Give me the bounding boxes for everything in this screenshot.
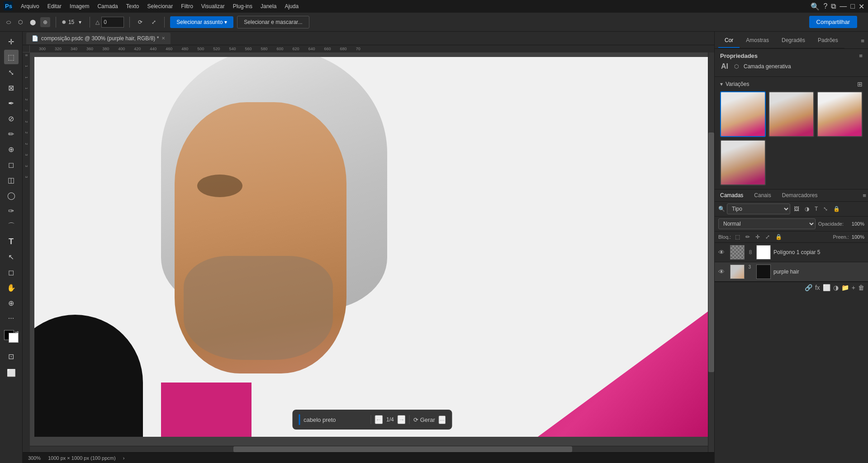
variation-4[interactable] xyxy=(720,140,766,185)
tab-canais[interactable]: Canais xyxy=(749,189,776,201)
vertical-scrollbar[interactable] xyxy=(708,52,714,452)
layer-visibility-hair[interactable]: 👁 xyxy=(718,268,727,275)
layers-options-btn[interactable]: ≡ xyxy=(861,189,868,201)
angle-input[interactable] xyxy=(101,17,124,28)
selection-tool[interactable]: ⬚ xyxy=(4,50,19,64)
tab-cor[interactable]: Cor xyxy=(718,33,740,48)
share-btn[interactable]: Compartilhar xyxy=(809,16,857,28)
generate-btn[interactable]: ⟳ Gerar xyxy=(413,416,435,423)
canvas-area[interactable]: ← 1/4 → ⟳ Gerar ··· xyxy=(30,52,714,452)
tab-demarcadores[interactable]: Demarcadores xyxy=(777,189,823,201)
layer-new-btn[interactable]: 🖼 xyxy=(792,205,801,213)
magnet-lasso-btn[interactable]: ⬤ xyxy=(27,17,38,27)
layer-row-poly[interactable]: 👁 8 Polígono 1 copiar 5 xyxy=(715,243,868,262)
variations-collapse[interactable]: ▾ xyxy=(720,81,723,87)
layer-type-select[interactable]: Tipo xyxy=(727,203,790,214)
search-icon[interactable]: 🔍 xyxy=(811,2,820,11)
layer-link-btn[interactable]: 🔗 xyxy=(805,284,812,291)
expand-contract-btn[interactable]: ⤢ xyxy=(149,17,159,27)
variation-1[interactable] xyxy=(720,91,766,137)
scroll-thumb-v[interactable] xyxy=(708,132,714,372)
menu-selecionar[interactable]: Selecionar xyxy=(143,1,176,11)
layer-adjustment-add-btn[interactable]: ◑ xyxy=(833,284,839,291)
frame-tool[interactable]: ⊠ xyxy=(4,80,19,95)
generation-prompt-input[interactable] xyxy=(304,416,367,423)
minimize-icon[interactable]: — xyxy=(840,2,847,10)
gradient-tool[interactable]: ◫ xyxy=(4,173,19,187)
transform-tool[interactable]: ⤡ xyxy=(4,65,19,80)
gen-next-btn[interactable]: → xyxy=(398,415,406,424)
menu-editar[interactable]: Editar xyxy=(44,1,65,11)
shape-tool[interactable]: ◻ xyxy=(4,265,19,279)
menu-imagem[interactable]: Imagem xyxy=(66,1,93,11)
menu-ajuda[interactable]: Ajuda xyxy=(281,1,302,11)
screen-mode[interactable]: ⬜ xyxy=(4,365,19,380)
spot-heal-tool[interactable]: ⊘ xyxy=(4,111,19,126)
layer-group-btn[interactable]: 📁 xyxy=(841,284,849,291)
lock-transparent-btn[interactable]: ⬚ xyxy=(734,233,741,241)
menu-arquivo[interactable]: Arquivo xyxy=(17,1,43,11)
layer-lock-btn[interactable]: 🔒 xyxy=(831,205,842,213)
tab-amostras[interactable]: Amostras xyxy=(740,33,775,48)
menu-texto[interactable]: Texto xyxy=(123,1,143,11)
move-tool[interactable]: ✛ xyxy=(4,34,19,49)
layer-visibility-poly[interactable]: 👁 xyxy=(718,249,727,256)
more-tools[interactable]: ··· xyxy=(4,311,19,326)
blend-mode-select[interactable]: Normal xyxy=(718,218,816,229)
gen-prev-btn[interactable]: ← xyxy=(375,415,383,424)
brush-size-dropdown[interactable]: ▾ xyxy=(76,17,84,27)
dodge-tool[interactable]: ◯ xyxy=(4,188,19,203)
refine-edge-btn[interactable]: ⟳ xyxy=(135,17,145,27)
tab-padroes[interactable]: Padrões xyxy=(811,33,844,48)
properties-options-btn[interactable]: ≡ xyxy=(859,52,863,59)
menu-visualizar[interactable]: Visualizar xyxy=(198,1,228,11)
poly-lasso-btn[interactable]: ⬡ xyxy=(15,17,25,27)
tab-close-btn[interactable]: ✕ xyxy=(161,36,165,41)
hand-tool[interactable]: ✋ xyxy=(4,280,19,295)
layer-transform-btn[interactable]: ⤡ xyxy=(821,205,830,213)
layer-delete-btn[interactable]: 🗑 xyxy=(858,284,864,291)
tab-degrades[interactable]: Degradês xyxy=(775,33,811,48)
mask-mode[interactable]: ⊡ xyxy=(4,349,19,364)
layer-effects-btn[interactable]: fx xyxy=(815,284,820,291)
lock-position-btn[interactable]: ✛ xyxy=(754,233,761,241)
layer-row-hair[interactable]: 👁 3 purple hair xyxy=(715,262,868,282)
swap-colors[interactable]: ⇌ xyxy=(15,330,19,335)
layer-new-add-btn[interactable]: + xyxy=(852,284,855,291)
tab-camadas[interactable]: Camadas xyxy=(715,189,749,201)
eraser-tool[interactable]: ◻ xyxy=(4,157,19,172)
select-mask-btn[interactable]: Selecionar e mascarar... xyxy=(237,16,309,28)
brush-tool[interactable]: ✏ xyxy=(4,127,19,141)
path-select-tool[interactable]: ↖ xyxy=(4,250,19,264)
arrange-icon[interactable]: ⧉ xyxy=(831,2,836,10)
gen-more-btn[interactable]: ··· xyxy=(439,416,446,424)
variation-2[interactable] xyxy=(768,91,814,137)
variations-grid-icon[interactable]: ⊞ xyxy=(857,80,863,88)
history-brush-tool[interactable]: ⌒ xyxy=(4,219,19,233)
lock-all-btn[interactable]: 🔒 xyxy=(774,233,783,241)
pen-tool[interactable]: ✑ xyxy=(4,203,19,218)
type-tool[interactable]: T xyxy=(4,234,19,249)
lock-artboard-btn[interactable]: ⤢ xyxy=(764,233,771,241)
select-subject-btn[interactable]: Selecionar assunto ▾ xyxy=(170,16,233,28)
zoom-tool[interactable]: ⊕ xyxy=(4,296,19,310)
scroll-thumb-h[interactable] xyxy=(233,446,573,452)
variation-3[interactable] xyxy=(817,91,863,137)
object-select-btn[interactable]: ⊕ xyxy=(40,17,50,27)
document-tab[interactable]: 📄 composição.psdc @ 300% (purple hair, R… xyxy=(26,33,171,44)
lasso-tool-btn[interactable]: ⬭ xyxy=(4,17,14,27)
panel-options-btn[interactable]: ≡ xyxy=(861,38,864,44)
layer-text-btn[interactable]: T xyxy=(813,205,820,213)
help-icon[interactable]: ? xyxy=(823,2,827,10)
menu-filtro[interactable]: Filtro xyxy=(177,1,197,11)
menu-plugins[interactable]: Plug-ins xyxy=(229,1,256,11)
eyedropper-tool[interactable]: ✒ xyxy=(4,96,19,110)
layer-mask-add-btn[interactable]: ⬜ xyxy=(823,284,830,291)
menu-camada[interactable]: Camada xyxy=(94,1,121,11)
menu-janela[interactable]: Janela xyxy=(257,1,280,11)
close-icon[interactable]: ✕ xyxy=(859,2,864,11)
maximize-icon[interactable]: □ xyxy=(850,2,855,10)
clone-tool[interactable]: ⊕ xyxy=(4,142,19,156)
lock-image-btn[interactable]: ✏ xyxy=(744,233,751,241)
layer-adjustment-btn[interactable]: ◑ xyxy=(803,205,811,213)
